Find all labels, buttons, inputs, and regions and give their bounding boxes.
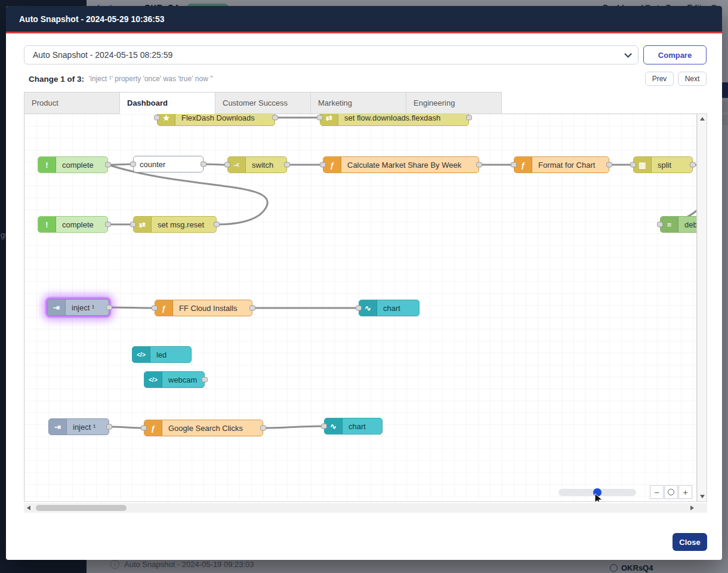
port-right[interactable] — [214, 222, 220, 227]
flow-node-split[interactable]: ▥split — [633, 156, 693, 173]
port-left[interactable] — [152, 306, 158, 311]
port-right[interactable] — [476, 162, 482, 168]
port-left[interactable] — [321, 424, 327, 429]
node-label: Calculate Market Share By Week — [341, 161, 467, 170]
close-button[interactable]: Close — [673, 533, 707, 551]
zoom-reset-button[interactable] — [664, 485, 678, 499]
inject-icon: ⇥ — [49, 419, 67, 435]
tab-bar: ProductDashboardCustomer SuccessMarketin… — [24, 92, 501, 114]
port-right[interactable] — [690, 162, 696, 168]
tab-customer-success[interactable]: Customer Success — [215, 92, 311, 114]
tab-dashboard[interactable]: Dashboard — [119, 92, 215, 114]
port-right[interactable] — [200, 162, 206, 167]
port-left[interactable] — [141, 426, 147, 431]
flow-node-set-msg-reset[interactable]: ⇄set msg.reset — [133, 216, 217, 233]
flow-canvas[interactable]: − + ★FlexDash Downloads⇄set flow.downloa… — [24, 113, 697, 502]
port-right[interactable] — [106, 424, 112, 430]
zoom-out-button[interactable]: − — [650, 485, 664, 499]
flow-node-google-search-clicks[interactable]: ƒGoogle Search Clicks — [144, 420, 263, 436]
function-icon: ƒ — [323, 157, 341, 172]
snapshot-diff-modal: Auto Snapshot - 2024-05-29 10:36:53 Auto… — [6, 6, 722, 560]
scroll-up-icon[interactable] — [700, 117, 705, 121]
flow-node-debug[interactable]: ≡debug — [660, 216, 697, 233]
inject-icon: ⇥ — [48, 300, 66, 315]
node-label: set flow.downloads.flexdash — [338, 113, 446, 122]
flow-node-chart-2[interactable]: ∿chart — [324, 418, 382, 435]
modal-title: Auto Snapshot - 2024-05-29 10:36:53 — [19, 14, 165, 24]
node-label: Google Search Clicks — [162, 424, 249, 433]
port-right[interactable] — [105, 222, 111, 227]
port-left[interactable] — [154, 115, 160, 121]
port-left[interactable] — [317, 115, 323, 121]
flow-node-led[interactable]: </>led — [132, 346, 192, 363]
split-icon: ▥ — [634, 157, 652, 172]
node-label: led — [150, 350, 172, 359]
port-right[interactable] — [272, 115, 278, 121]
flow-node-set-flow-downloads-flexdash[interactable]: ⇄set flow.downloads.flexdash — [320, 113, 469, 126]
complete-icon: ! — [38, 157, 56, 172]
node-label: complete — [56, 161, 100, 170]
tab-product[interactable]: Product — [24, 92, 120, 114]
flow-node-counter[interactable]: counter — [133, 156, 203, 172]
node-label: FlexDash Downloads — [175, 113, 261, 122]
node-label: inject ¹ — [67, 423, 101, 432]
port-right[interactable] — [606, 162, 612, 168]
node-label: inject ¹ — [66, 303, 100, 312]
flow-node-webcam[interactable]: </>webcam — [144, 371, 205, 388]
chart-icon: ∿ — [325, 418, 343, 434]
prev-button[interactable]: Prev — [645, 72, 674, 86]
change-icon: ⇄ — [134, 217, 152, 232]
tab-engineering[interactable]: Engineering — [406, 92, 502, 114]
node-label: chart — [377, 304, 406, 313]
flow-node-ff-cloud-installs[interactable]: ƒFF Cloud Installs — [155, 300, 252, 316]
function-icon: ƒ — [155, 300, 173, 316]
port-left[interactable] — [630, 162, 636, 168]
complete-icon: ! — [38, 217, 56, 232]
port-left[interactable] — [511, 162, 517, 168]
node-label: Format for Chart — [532, 161, 601, 170]
scroll-left-icon[interactable] — [27, 506, 30, 510]
port-left[interactable] — [320, 162, 326, 168]
port-left[interactable] — [224, 162, 230, 168]
flow-node-chart-1[interactable]: ∿chart — [359, 300, 419, 316]
flow-node-switch[interactable]: -<switch — [227, 156, 287, 173]
horizontal-scrollbar[interactable] — [24, 503, 697, 513]
port-right[interactable] — [249, 306, 255, 311]
horizontal-scroll-thumb[interactable] — [36, 505, 127, 511]
compare-button[interactable]: Compare — [643, 45, 707, 64]
snapshot-select-value: Auto Snapshot - 2024-05-15 08:25:59 — [33, 50, 172, 60]
node-label: switch — [246, 161, 279, 170]
vertical-scrollbar[interactable] — [697, 113, 707, 502]
port-right[interactable] — [284, 162, 290, 168]
flow-node-inject-1[interactable]: ⇥inject ¹ — [47, 299, 109, 316]
port-right[interactable] — [466, 115, 472, 121]
port-left[interactable] — [130, 222, 136, 227]
next-button[interactable]: Next — [678, 72, 707, 86]
change-counter-label: Change 1 of 3: — [29, 75, 84, 84]
port-left[interactable] — [657, 222, 663, 227]
port-right[interactable] — [260, 426, 266, 431]
snapshot-select[interactable]: Auto Snapshot - 2024-05-15 08:25:59 — [24, 45, 638, 64]
flow-node-inject-2[interactable]: ⇥inject ¹ — [48, 418, 109, 435]
scroll-right-icon[interactable] — [690, 506, 694, 510]
debug-icon: ≡ — [661, 217, 678, 232]
node-label: webcam — [162, 375, 203, 384]
port-right[interactable] — [105, 162, 111, 168]
flow-node-format-for-chart[interactable]: ƒFormat for Chart — [514, 156, 609, 173]
tab-marketing[interactable]: Marketing — [310, 92, 406, 114]
port-right[interactable] — [202, 377, 208, 383]
code-icon: </> — [144, 372, 162, 387]
node-label: counter — [134, 160, 171, 169]
node-label: chart — [343, 422, 372, 431]
port-right[interactable] — [106, 305, 112, 310]
scroll-down-icon[interactable] — [700, 495, 705, 498]
flow-node-complete-2[interactable]: !complete — [38, 216, 108, 233]
port-left[interactable] — [356, 306, 362, 311]
zoom-in-button[interactable]: + — [678, 485, 692, 499]
port-left[interactable] — [130, 162, 136, 167]
flow-node-calculate-market-share[interactable]: ƒCalculate Market Share By Week — [323, 156, 479, 173]
flow-node-flexdash-downloads[interactable]: ★FlexDash Downloads — [157, 113, 275, 126]
node-label: FF Cloud Installs — [173, 304, 243, 313]
function-icon: ƒ — [514, 157, 532, 172]
flow-node-complete-1[interactable]: !complete — [38, 156, 108, 173]
